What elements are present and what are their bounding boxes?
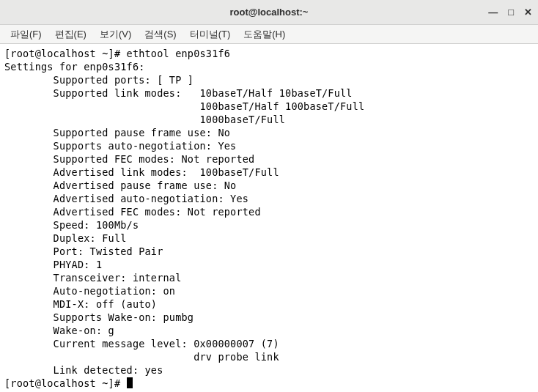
close-icon[interactable]: ✕ (524, 7, 532, 18)
terminal-line: Supported pause frame use: No (4, 127, 230, 138)
terminal-area[interactable]: [root@localhost ~]# ethtool enp0s31f6 Se… (0, 44, 538, 392)
menu-help[interactable]: 도움말(H) (237, 25, 291, 44)
menu-edit[interactable]: 편집(E) (49, 25, 92, 44)
menubar: 파일(F) 편집(E) 보기(V) 검색(S) 터미널(T) 도움말(H) (0, 25, 538, 44)
terminal-line: Advertised link modes: 100baseT/Full (4, 166, 279, 178)
menu-file[interactable]: 파일(F) (4, 25, 48, 44)
terminal-line: Current message level: 0x00000007 (7) (4, 338, 279, 350)
terminal-line: Speed: 100Mb/s (4, 219, 139, 231)
terminal-line: Advertised FEC modes: Not reported (4, 206, 261, 218)
terminal-line: Advertised pause frame use: No (4, 180, 236, 191)
window-titlebar: root@localhost:~ — □ ✕ (0, 0, 538, 25)
maximize-icon[interactable]: □ (508, 7, 514, 18)
terminal-line: PHYAD: 1 (4, 259, 102, 270)
terminal-line: Supports auto-negotiation: Yes (4, 140, 236, 152)
terminal-line: Transceiver: internal (4, 272, 182, 284)
terminal-prompt: [root@localhost ~]# (4, 377, 127, 389)
menu-search[interactable]: 검색(S) (139, 25, 182, 44)
terminal-line: drv probe link (4, 351, 279, 363)
terminal-line: Settings for enp0s31f6: (4, 61, 145, 73)
terminal-line: Supports Wake-on: pumbg (4, 311, 194, 323)
terminal-line: Wake-on: g (4, 325, 114, 336)
terminal-line: MDI-X: off (auto) (4, 298, 157, 310)
terminal-line: 100baseT/Half 100baseT/Full (4, 100, 364, 112)
terminal-cursor (127, 377, 133, 388)
window-controls: — □ ✕ (488, 7, 532, 18)
terminal-line: 1000baseT/Full (4, 114, 285, 125)
terminal-line: Link detected: yes (4, 364, 163, 376)
window-title: root@localhost:~ (230, 7, 309, 18)
terminal-line: Duplex: Full (4, 232, 127, 244)
menu-view[interactable]: 보기(V) (94, 25, 137, 44)
terminal-line: Supported ports: [ TP ] (4, 74, 194, 86)
terminal-line: Auto-negotiation: on (4, 285, 175, 297)
terminal-line: [root@localhost ~]# ethtool enp0s31f6 (4, 48, 230, 59)
terminal-line: Advertised auto-negotiation: Yes (4, 193, 248, 204)
menu-terminal[interactable]: 터미널(T) (184, 25, 237, 44)
terminal-line: Supported link modes: 10baseT/Half 10bas… (4, 87, 353, 99)
minimize-icon[interactable]: — (488, 7, 498, 18)
terminal-line: Supported FEC modes: Not reported (4, 153, 254, 165)
terminal-line: Port: Twisted Pair (4, 245, 163, 257)
